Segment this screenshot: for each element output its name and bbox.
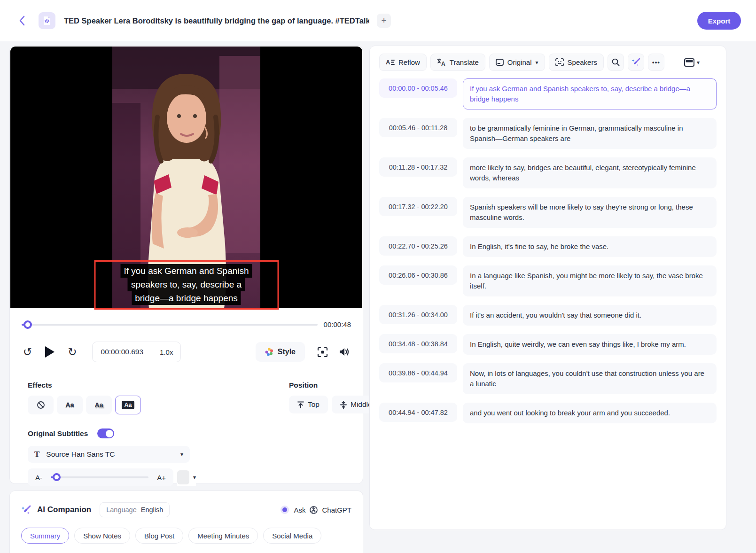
subtitle-text[interactable]: In English, it's fine to say, he broke t… (463, 236, 717, 257)
font-icon: T (34, 450, 39, 459)
subtitle-text[interactable]: Spanish speakers will be more likely to … (463, 197, 717, 228)
ai-companion-title: AI Companion (37, 505, 91, 514)
effect-none-button[interactable] (28, 396, 54, 414)
seek-bar[interactable] (22, 324, 318, 326)
tab-blog-post[interactable]: Blog Post (135, 528, 183, 544)
translate-icon: A (437, 58, 446, 66)
subtitle-overlay-line: bridge—a bridge happens (132, 291, 241, 305)
timestamp-chip[interactable]: 00:11.28 - 00:17.32 (379, 157, 457, 177)
play-button[interactable] (45, 346, 55, 358)
current-time: 00:00:00.693 (93, 348, 152, 356)
ai-companion-tabs: Summary Show Notes Blog Post Meeting Min… (21, 528, 351, 544)
tab-show-notes[interactable]: Show Notes (74, 528, 130, 544)
subtitle-row: 00:11.28 - 00:17.32more likely to say, b… (379, 157, 717, 188)
subtitle-list: 00:00.00 - 00:05.46If you ask German and… (379, 78, 717, 423)
shadow-style-glyph: Aa (95, 401, 103, 409)
increase-size-button[interactable]: A+ (157, 474, 166, 482)
volume-icon (338, 347, 350, 357)
subtitle-row: 00:26.06 - 00:30.86In a language like Sp… (379, 265, 717, 296)
effects-buttons: Aa Aa Aa (28, 396, 141, 414)
magic-wand-icon (21, 505, 31, 515)
volume-button[interactable] (338, 347, 350, 357)
subtitle-text[interactable]: In English, quite weirdly, we can even s… (463, 334, 717, 355)
add-tab-button[interactable]: + (377, 14, 391, 28)
original-language-dropdown[interactable]: Original ▾ (489, 54, 545, 71)
translate-button[interactable]: A Translate (430, 54, 485, 71)
style-flower-icon (265, 348, 273, 356)
position-top-label: Top (308, 400, 320, 409)
translate-label: Translate (450, 58, 479, 66)
align-top-icon (297, 401, 304, 408)
ai-companion-panel: AI Companion Language English Ask ChatGP… (9, 491, 363, 553)
tab-summary[interactable]: Summary (21, 528, 69, 544)
timestamp-chip[interactable]: 00:34.48 - 00:38.84 (379, 334, 457, 353)
export-button[interactable]: Export (697, 12, 741, 30)
subtitle-text[interactable]: In a language like Spanish, you might be… (463, 265, 717, 296)
chatgpt-icon (309, 506, 318, 514)
timestamp-chip[interactable]: 00:31.26 - 00:34.00 (379, 305, 457, 324)
effect-shadow-button[interactable]: Aa (86, 396, 112, 414)
position-top-button[interactable]: Top (289, 396, 328, 413)
reflow-icon: A (386, 59, 395, 66)
subtitle-row: 00:22.70 - 00:25.26In English, it's fine… (379, 236, 717, 257)
restart-icon[interactable]: ↺ (23, 347, 32, 358)
timestamp-chip[interactable]: 00:17.32 - 00:22.20 (379, 197, 457, 216)
speakers-button[interactable]: Speakers (549, 54, 604, 71)
style-button[interactable]: Style (256, 342, 305, 362)
decrease-size-button[interactable]: A- (35, 474, 42, 482)
search-button[interactable] (608, 54, 624, 71)
subtitle-color-picker[interactable]: ▾ (177, 468, 196, 486)
chatgpt-label: ChatGPT (322, 506, 351, 514)
subtitle-text[interactable]: If it's an accident, you wouldn't say th… (463, 305, 717, 326)
timestamp-chip[interactable]: 00:05.46 - 00:11.28 (379, 118, 457, 137)
subtitle-overlay[interactable]: If you ask German and Spanish speakers t… (94, 260, 279, 310)
subtitle-row: 00:31.26 - 00:34.00If it's an accident, … (379, 305, 717, 326)
language-selector[interactable]: Language English (100, 502, 170, 517)
reflow-button[interactable]: A Reflow (379, 54, 427, 71)
effect-boxed-button[interactable]: Aa (115, 396, 141, 414)
total-duration: 00:00:48 (324, 320, 351, 328)
subtitle-text[interactable]: to be grammatically feminine in German, … (463, 118, 717, 149)
subtitle-text[interactable]: If you ask German and Spanish speakers t… (463, 78, 717, 109)
tab-social-media[interactable]: Social Media (263, 528, 321, 544)
language-value: English (141, 506, 164, 514)
subtitle-text[interactable]: Now, in lots of languages, you couldn't … (463, 363, 717, 394)
top-bar: TED Speaker Lera Boroditsky is beautiful… (0, 0, 756, 41)
timestamp-chip[interactable]: 00:22.70 - 00:25.26 (379, 236, 457, 256)
effects-label: Effects (28, 381, 141, 389)
project-file-icon (39, 12, 55, 29)
seek-handle[interactable] (23, 320, 32, 329)
subtitle-options: Effects Aa Aa Aa Position (28, 381, 350, 414)
fit-screen-button[interactable] (317, 347, 328, 358)
timestamp-chip[interactable]: 00:39.86 - 00:44.94 (379, 363, 457, 382)
font-selector[interactable]: T Source Han Sans TC ▾ (28, 446, 190, 463)
chevron-down-icon: ▾ (697, 59, 700, 66)
subtitle-row: 00:34.48 - 00:38.84In English, quite wei… (379, 334, 717, 355)
time-display: 00:00:00.693 1.0x (92, 342, 181, 362)
speaker-scan-icon (555, 58, 564, 66)
svg-text:A: A (386, 59, 390, 66)
effect-outline-button[interactable]: Aa (57, 396, 83, 414)
video-viewport[interactable]: If you ask German and Spanish speakers t… (10, 47, 362, 308)
subtitle-text[interactable]: and you went out looking to break your a… (463, 403, 717, 423)
replay-icon[interactable]: ↻ (68, 347, 77, 358)
subtitle-text[interactable]: more likely to say, bridges are beautifu… (463, 157, 717, 188)
font-size-slider[interactable] (51, 476, 148, 478)
ai-magic-button[interactable] (628, 54, 644, 71)
back-button[interactable] (15, 14, 28, 27)
subtitle-overlay-line: speakers to, say, describe a (128, 278, 245, 291)
chevron-down-icon: ▾ (536, 59, 538, 66)
timestamp-chip[interactable]: 00:26.06 - 00:30.86 (379, 265, 457, 285)
progress-row: 00:00:48 (22, 320, 351, 328)
font-size-handle[interactable] (53, 473, 61, 481)
view-layout-selector[interactable]: ▾ (684, 58, 700, 67)
ask-chatgpt-control[interactable]: Ask ChatGPT (282, 506, 351, 514)
original-subtitles-label: Original Subtitles (28, 429, 88, 438)
timestamp-chip[interactable]: 00:44.94 - 00:47.82 (379, 403, 457, 422)
speed-selector[interactable]: 1.0x (152, 348, 180, 356)
tab-meeting-minutes[interactable]: Meeting Minutes (188, 528, 258, 544)
language-label: Language (106, 506, 137, 514)
timestamp-chip[interactable]: 00:00.00 - 00:05.46 (379, 78, 457, 98)
original-subtitles-toggle[interactable] (97, 428, 114, 438)
more-options-button[interactable]: ••• (648, 54, 664, 71)
